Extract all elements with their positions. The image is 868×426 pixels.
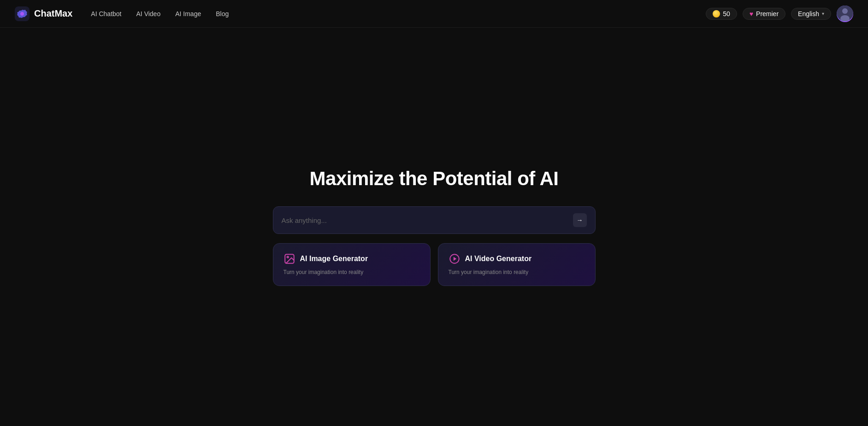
language-label: English <box>798 10 819 18</box>
video-card-title: AI Video Generator <box>465 255 532 263</box>
arrow-right-icon: → <box>577 216 583 224</box>
nav-link-chatbot[interactable]: AI Chatbot <box>91 10 121 18</box>
ai-image-generator-card[interactable]: AI Image Generator Turn your imagination… <box>273 243 431 286</box>
feature-cards: AI Image Generator Turn your imagination… <box>273 243 596 286</box>
nav-links: AI Chatbot AI Video AI Image Blog <box>91 10 229 18</box>
video-card-subtitle: Turn your imagination into reality <box>449 268 585 276</box>
language-selector[interactable]: English ▾ <box>791 8 831 20</box>
image-card-title: AI Image Generator <box>300 255 368 263</box>
logo-icon <box>15 6 30 21</box>
video-icon <box>449 253 461 265</box>
coins-amount: 50 <box>723 10 730 18</box>
coin-icon <box>713 10 720 18</box>
nav-link-video[interactable]: AI Video <box>136 10 161 18</box>
main-content: Maximize the Potential of AI → AI Image … <box>0 28 868 426</box>
coins-badge[interactable]: 50 <box>706 8 737 20</box>
image-icon <box>283 253 295 265</box>
search-bar: → <box>273 206 596 234</box>
svg-point-1 <box>20 12 24 16</box>
ai-video-generator-card[interactable]: AI Video Generator Turn your imagination… <box>438 243 596 286</box>
navbar: ChatMax AI Chatbot AI Video AI Image Blo… <box>0 0 868 28</box>
logo-text: ChatMax <box>34 8 72 19</box>
card-header-video: AI Video Generator <box>449 253 585 265</box>
logo[interactable]: ChatMax <box>15 6 72 21</box>
svg-point-3 <box>842 8 848 14</box>
avatar[interactable] <box>837 6 853 22</box>
navbar-right: 50 ♥ Premier English ▾ <box>706 6 853 22</box>
search-submit-button[interactable]: → <box>573 213 587 227</box>
premier-badge[interactable]: ♥ Premier <box>743 8 785 20</box>
svg-marker-8 <box>453 257 456 261</box>
search-input[interactable] <box>282 216 573 224</box>
image-card-subtitle: Turn your imagination into reality <box>283 268 420 276</box>
svg-point-6 <box>287 257 288 258</box>
avatar-initials <box>837 6 853 22</box>
nav-link-blog[interactable]: Blog <box>216 10 229 18</box>
heart-icon: ♥ <box>750 10 753 18</box>
card-header-image: AI Image Generator <box>283 253 420 265</box>
premier-label: Premier <box>756 10 779 18</box>
hero-title: Maximize the Potential of AI <box>310 168 559 190</box>
navbar-left: ChatMax AI Chatbot AI Video AI Image Blo… <box>15 6 229 21</box>
chevron-down-icon: ▾ <box>822 11 824 16</box>
nav-link-image[interactable]: AI Image <box>175 10 201 18</box>
